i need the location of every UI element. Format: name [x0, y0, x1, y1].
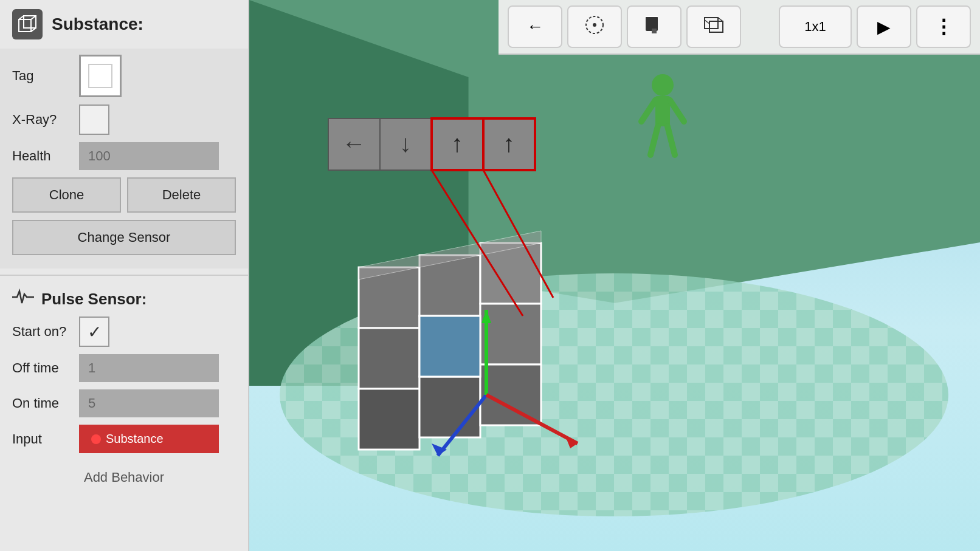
more-icon: ⋮: [934, 15, 953, 38]
on-time-label: On time: [12, 395, 73, 411]
pulse-title: Pulse Sensor:: [41, 290, 147, 309]
svg-rect-21: [359, 389, 419, 450]
start-on-row: Start on? ✓: [12, 317, 236, 347]
health-row: Health: [12, 142, 236, 170]
svg-rect-20: [480, 304, 541, 364]
input-substance-button[interactable]: Substance: [79, 425, 219, 453]
off-time-row: Off time: [12, 354, 236, 382]
svg-rect-47: [705, 18, 718, 29]
select-button[interactable]: [567, 5, 622, 48]
layer-icon: [703, 14, 725, 40]
more-button[interactable]: ⋮: [916, 5, 971, 48]
cube-icon: [12, 9, 43, 39]
delete-button[interactable]: Delete: [127, 177, 236, 213]
start-on-checkbox[interactable]: ✓: [79, 317, 109, 347]
clone-delete-row: Clone Delete: [12, 177, 236, 213]
svg-rect-22: [419, 377, 480, 437]
health-input[interactable]: [79, 142, 219, 170]
input-label: Input: [12, 431, 73, 447]
input-substance-label: Substance: [106, 432, 164, 446]
change-sensor-button[interactable]: Change Sensor: [12, 220, 236, 255]
back-button[interactable]: ←: [508, 5, 562, 48]
svg-marker-39: [481, 310, 491, 323]
on-time-row: On time: [12, 389, 236, 417]
pulse-header: Pulse Sensor:: [0, 282, 248, 317]
svg-rect-45: [652, 29, 657, 33]
xray-checkbox[interactable]: [79, 104, 109, 135]
pulse-section: Start on? ✓ Off time On time Input Subst…: [0, 317, 248, 453]
input-dot-icon: [91, 434, 101, 444]
tag-label: Tag: [12, 68, 73, 84]
off-time-input[interactable]: [79, 354, 219, 382]
clone-button[interactable]: Clone: [12, 177, 121, 213]
start-on-label: Start on?: [12, 324, 73, 340]
layer-button[interactable]: [686, 5, 741, 48]
tag-row: Tag: [12, 55, 236, 97]
toolbar: ←: [499, 0, 980, 55]
svg-line-49: [705, 20, 709, 24]
play-button[interactable]: ▶: [857, 5, 911, 48]
scene-viewport[interactable]: ← ↓ ↑ ↑: [249, 0, 980, 551]
svg-line-36: [438, 395, 486, 456]
add-behavior-button[interactable]: Add Behavior: [0, 460, 248, 495]
scale-button[interactable]: 1x1: [779, 5, 852, 48]
xray-label: X-Ray?: [12, 112, 73, 128]
left-panel: Substance: Tag X-Ray? Health Clone Delet…: [0, 0, 249, 551]
checkmark-icon: ✓: [88, 322, 102, 342]
svg-rect-23: [480, 364, 541, 425]
svg-rect-0: [19, 19, 31, 32]
svg-rect-48: [709, 21, 723, 32]
svg-marker-37: [432, 443, 447, 456]
svg-line-40: [486, 395, 578, 443]
on-time-input[interactable]: [79, 389, 219, 417]
paint-button[interactable]: [627, 5, 682, 48]
health-label: Health: [12, 148, 73, 164]
back-icon: ←: [526, 17, 543, 36]
svg-marker-41: [565, 436, 578, 448]
panel-title: Substance:: [52, 15, 143, 34]
panel-header: Substance:: [0, 0, 248, 49]
svg-point-43: [593, 23, 596, 27]
select-icon: [584, 14, 606, 40]
substance-section: Tag X-Ray? Health Clone Delete Change Se…: [0, 49, 248, 269]
tag-color-inner: [88, 64, 112, 88]
paint-icon: [643, 14, 665, 40]
tag-color-picker[interactable]: [79, 55, 122, 97]
xray-row: X-Ray?: [12, 104, 236, 135]
play-icon: ▶: [877, 17, 891, 37]
off-time-label: Off time: [12, 360, 73, 376]
input-row: Input Substance: [12, 425, 236, 453]
divider-1: [0, 275, 248, 276]
pulse-icon: [12, 288, 34, 310]
